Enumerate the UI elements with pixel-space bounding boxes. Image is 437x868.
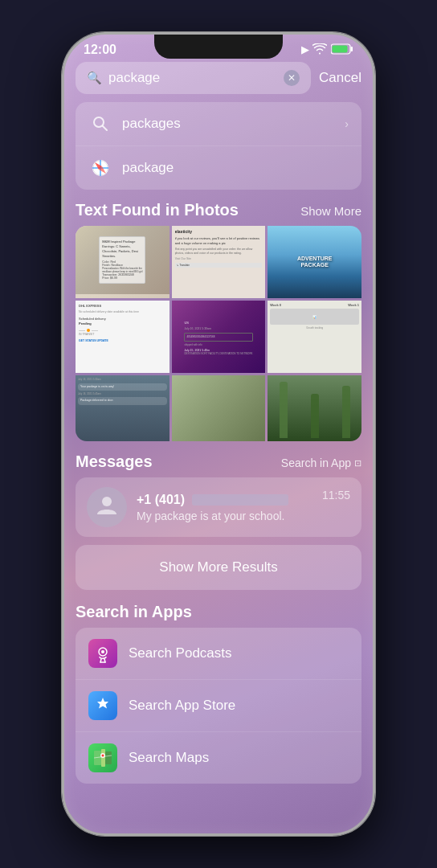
message-sender: +1 (401) bbox=[137, 493, 312, 507]
avatar bbox=[87, 487, 127, 527]
search-podcasts-label: Search Podcasts bbox=[129, 645, 232, 661]
message-redacted bbox=[192, 494, 288, 506]
search-in-apps-section: Search in Apps bbox=[76, 603, 361, 784]
svg-rect-1 bbox=[351, 47, 353, 51]
maps-icon bbox=[88, 743, 117, 772]
svg-rect-17 bbox=[101, 749, 105, 767]
suggestion-packages[interactable]: packages › bbox=[76, 102, 361, 146]
appstore-icon bbox=[88, 691, 117, 720]
suggestion-package-label: package bbox=[122, 160, 349, 176]
messages-section-header: Messages Search in App ⊡ bbox=[76, 452, 361, 471]
svg-point-3 bbox=[94, 117, 104, 127]
search-podcasts-item[interactable]: Search Podcasts bbox=[76, 628, 361, 680]
messages-section-title: Messages bbox=[76, 452, 153, 471]
photos-grid[interactable]: M&M Inspired Package Earrings: C Sweets,… bbox=[76, 226, 361, 441]
podcasts-icon bbox=[88, 639, 117, 668]
message-time: 11:55 bbox=[322, 487, 350, 502]
photo-cell-3[interactable]: ADVENTUREPACKAGE bbox=[268, 226, 361, 298]
photo-cell-2[interactable]: elasticity if you look at our reviews, y… bbox=[172, 226, 266, 298]
search-appstore-label: Search App Store bbox=[129, 698, 235, 714]
message-item[interactable]: +1 (401) My package is at your school. 1… bbox=[76, 477, 361, 537]
photo-cell-5[interactable]: US July 16, 2021 5:30am 4054985000498431… bbox=[172, 301, 266, 373]
location-icon: ▶ bbox=[301, 44, 308, 55]
search-appstore-item[interactable]: Search App Store bbox=[76, 680, 361, 732]
message-content: +1 (401) My package is at your school. bbox=[137, 493, 312, 522]
search-in-apps-title: Search in Apps bbox=[76, 603, 192, 621]
search-input[interactable]: package bbox=[108, 70, 277, 86]
photo-cell-8[interactable] bbox=[172, 375, 266, 441]
suggestion-package[interactable]: package bbox=[76, 146, 361, 190]
messages-search-in-app-btn[interactable]: Search in App ⊡ bbox=[281, 457, 361, 469]
suggestions-panel: packages › package bbox=[76, 102, 361, 190]
svg-point-12 bbox=[101, 650, 104, 653]
message-preview: My package is at your school. bbox=[137, 510, 312, 522]
suggestion-safari-icon bbox=[88, 156, 112, 180]
svg-point-9 bbox=[102, 497, 112, 506]
search-clear-button[interactable]: ✕ bbox=[284, 70, 300, 86]
cancel-button[interactable]: Cancel bbox=[319, 70, 361, 86]
photo-cell-7[interactable]: July 16, 2021 5:30am Your package is on … bbox=[76, 375, 169, 441]
notch bbox=[154, 35, 283, 59]
photo-cell-6[interactable]: Week 0Week 1 📊 Growth tracking bbox=[268, 301, 361, 373]
battery-icon bbox=[331, 43, 353, 57]
search-in-apps-header: Search in Apps bbox=[76, 603, 361, 621]
suggestion-search-icon bbox=[88, 112, 112, 136]
messages-section: Messages Search in App ⊡ bbox=[76, 452, 361, 537]
photos-section-header: Text Found in Photos Show More bbox=[76, 201, 361, 219]
suggestion-packages-label: packages bbox=[122, 116, 335, 132]
photos-section-title: Text Found in Photos bbox=[76, 201, 239, 219]
show-more-results-button[interactable]: Show More Results bbox=[76, 545, 361, 590]
search-maps-item[interactable]: Search Maps bbox=[76, 732, 361, 784]
status-time: 12:00 bbox=[84, 43, 116, 57]
photo-cell-9[interactable] bbox=[268, 375, 361, 441]
photos-show-more[interactable]: Show More bbox=[300, 204, 361, 218]
external-link-icon: ⊡ bbox=[354, 458, 361, 469]
search-icon: 🔍 bbox=[87, 71, 102, 85]
wifi-icon bbox=[312, 43, 327, 57]
svg-line-4 bbox=[103, 126, 107, 130]
screen-content: 🔍 package ✕ Cancel packages › bbox=[64, 62, 373, 821]
svg-rect-18 bbox=[105, 751, 112, 764]
svg-rect-2 bbox=[333, 45, 348, 52]
search-maps-label: Search Maps bbox=[129, 750, 209, 766]
person-icon bbox=[96, 493, 118, 522]
svg-point-20 bbox=[102, 755, 104, 757]
messages-search-in-app-label: Search in App bbox=[281, 457, 351, 469]
search-bar[interactable]: 🔍 package ✕ bbox=[76, 62, 311, 94]
status-icons: ▶ bbox=[301, 43, 353, 57]
search-bar-row: 🔍 package ✕ Cancel bbox=[76, 62, 361, 94]
apps-panel: Search Podcasts Search App Store bbox=[76, 628, 361, 784]
messages-panel: +1 (401) My package is at your school. 1… bbox=[76, 477, 361, 537]
photo-cell-4[interactable]: DHL EXPRESS No scheduled delivery date a… bbox=[76, 301, 169, 373]
chevron-right-icon: › bbox=[345, 117, 349, 130]
photo-cell-1[interactable]: M&M Inspired Package Earrings: C Sweets,… bbox=[76, 226, 169, 298]
phone-frame: 12:00 ▶ bbox=[62, 32, 375, 836]
